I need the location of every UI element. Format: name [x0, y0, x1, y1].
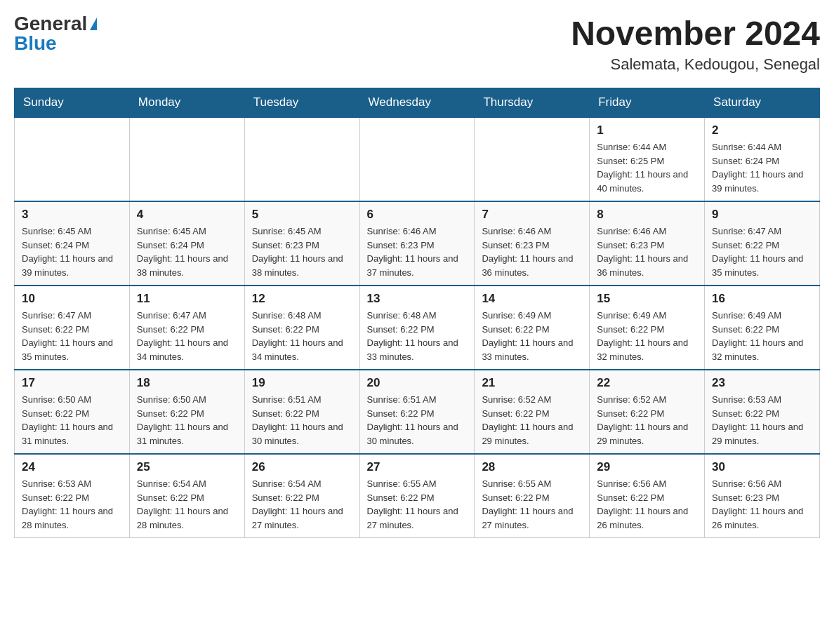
calendar-cell: 18Sunrise: 6:50 AMSunset: 6:22 PMDayligh… [129, 370, 244, 454]
calendar-cell: 3Sunrise: 6:45 AMSunset: 6:24 PMDaylight… [15, 201, 130, 286]
day-number: 14 [482, 292, 582, 306]
day-number: 25 [137, 460, 237, 474]
day-number: 9 [712, 208, 812, 222]
day-info: Sunrise: 6:51 AMSunset: 6:22 PMDaylight:… [252, 393, 352, 448]
calendar-cell: 10Sunrise: 6:47 AMSunset: 6:22 PMDayligh… [15, 286, 130, 370]
day-number: 4 [137, 208, 237, 222]
day-info: Sunrise: 6:55 AMSunset: 6:22 PMDaylight:… [482, 477, 582, 532]
calendar-cell [475, 117, 590, 201]
day-number: 23 [712, 376, 812, 390]
calendar-cell: 24Sunrise: 6:53 AMSunset: 6:22 PMDayligh… [15, 454, 130, 538]
calendar-cell: 23Sunrise: 6:53 AMSunset: 6:22 PMDayligh… [705, 370, 820, 454]
weekday-header-sunday: Sunday [15, 88, 130, 118]
calendar-cell: 29Sunrise: 6:56 AMSunset: 6:22 PMDayligh… [590, 454, 705, 538]
calendar-cell: 6Sunrise: 6:46 AMSunset: 6:23 PMDaylight… [359, 201, 475, 286]
day-number: 22 [597, 376, 697, 390]
calendar-cell [244, 117, 359, 201]
calendar-cell: 22Sunrise: 6:52 AMSunset: 6:22 PMDayligh… [590, 370, 705, 454]
weekday-header-saturday: Saturday [705, 88, 820, 118]
day-number: 3 [22, 208, 122, 222]
day-number: 7 [482, 208, 582, 222]
calendar-cell: 30Sunrise: 6:56 AMSunset: 6:23 PMDayligh… [705, 454, 820, 538]
logo-general-text: General [14, 14, 87, 34]
day-number: 13 [367, 292, 468, 306]
calendar-week-row: 17Sunrise: 6:50 AMSunset: 6:22 PMDayligh… [15, 370, 820, 454]
day-info: Sunrise: 6:45 AMSunset: 6:24 PMDaylight:… [22, 224, 122, 279]
day-number: 24 [22, 460, 122, 474]
day-info: Sunrise: 6:48 AMSunset: 6:22 PMDaylight:… [367, 309, 468, 363]
day-info: Sunrise: 6:56 AMSunset: 6:22 PMDaylight:… [597, 477, 697, 532]
day-number: 18 [137, 376, 237, 390]
day-number: 5 [252, 208, 352, 222]
day-number: 8 [597, 208, 697, 222]
day-info: Sunrise: 6:46 AMSunset: 6:23 PMDaylight:… [597, 224, 697, 279]
day-number: 28 [482, 460, 582, 474]
calendar-cell: 11Sunrise: 6:47 AMSunset: 6:22 PMDayligh… [129, 286, 244, 370]
day-number: 16 [712, 292, 812, 306]
weekday-header-wednesday: Wednesday [359, 88, 475, 118]
day-number: 10 [22, 292, 122, 306]
calendar-cell: 7Sunrise: 6:46 AMSunset: 6:23 PMDaylight… [475, 201, 590, 286]
day-info: Sunrise: 6:50 AMSunset: 6:22 PMDaylight:… [22, 393, 122, 448]
calendar-cell: 13Sunrise: 6:48 AMSunset: 6:22 PMDayligh… [359, 286, 475, 370]
day-info: Sunrise: 6:44 AMSunset: 6:25 PMDaylight:… [597, 140, 697, 195]
day-info: Sunrise: 6:56 AMSunset: 6:23 PMDaylight:… [712, 477, 812, 532]
day-number: 20 [367, 376, 468, 390]
calendar-cell: 4Sunrise: 6:45 AMSunset: 6:24 PMDaylight… [129, 201, 244, 286]
day-number: 12 [252, 292, 352, 306]
weekday-header-row: SundayMondayTuesdayWednesdayThursdayFrid… [15, 88, 820, 118]
logo: General Blue [14, 14, 97, 53]
weekday-header-tuesday: Tuesday [244, 88, 359, 118]
weekday-header-friday: Friday [590, 88, 705, 118]
calendar-cell: 20Sunrise: 6:51 AMSunset: 6:22 PMDayligh… [359, 370, 475, 454]
calendar-table: SundayMondayTuesdayWednesdayThursdayFrid… [14, 88, 820, 538]
day-info: Sunrise: 6:47 AMSunset: 6:22 PMDaylight:… [137, 309, 237, 363]
day-info: Sunrise: 6:47 AMSunset: 6:22 PMDaylight:… [712, 224, 812, 279]
day-info: Sunrise: 6:53 AMSunset: 6:22 PMDaylight:… [22, 477, 122, 532]
calendar-cell: 16Sunrise: 6:49 AMSunset: 6:22 PMDayligh… [705, 286, 820, 370]
logo-triangle-icon [90, 18, 97, 30]
day-info: Sunrise: 6:49 AMSunset: 6:22 PMDaylight:… [482, 309, 582, 363]
day-number: 17 [22, 376, 122, 390]
day-number: 21 [482, 376, 582, 390]
day-info: Sunrise: 6:50 AMSunset: 6:22 PMDaylight:… [137, 393, 237, 448]
day-number: 1 [597, 123, 697, 137]
title-section: November 2024 Salemata, Kedougou, Senega… [571, 14, 820, 74]
calendar-cell: 2Sunrise: 6:44 AMSunset: 6:24 PMDaylight… [705, 117, 820, 201]
calendar-week-row: 10Sunrise: 6:47 AMSunset: 6:22 PMDayligh… [15, 286, 820, 370]
logo-blue-text: Blue [14, 34, 57, 53]
day-info: Sunrise: 6:45 AMSunset: 6:23 PMDaylight:… [252, 224, 352, 279]
day-info: Sunrise: 6:55 AMSunset: 6:22 PMDaylight:… [367, 477, 468, 532]
calendar-cell [129, 117, 244, 201]
page-header: General Blue November 2024 Salemata, Ked… [14, 14, 820, 74]
day-number: 11 [137, 292, 237, 306]
calendar-cell [359, 117, 475, 201]
day-info: Sunrise: 6:49 AMSunset: 6:22 PMDaylight:… [712, 309, 812, 363]
calendar-cell: 21Sunrise: 6:52 AMSunset: 6:22 PMDayligh… [475, 370, 590, 454]
day-info: Sunrise: 6:54 AMSunset: 6:22 PMDaylight:… [137, 477, 237, 532]
calendar-cell: 19Sunrise: 6:51 AMSunset: 6:22 PMDayligh… [244, 370, 359, 454]
day-number: 29 [597, 460, 697, 474]
day-number: 19 [252, 376, 352, 390]
calendar-cell: 1Sunrise: 6:44 AMSunset: 6:25 PMDaylight… [590, 117, 705, 201]
day-number: 2 [712, 123, 812, 137]
day-info: Sunrise: 6:48 AMSunset: 6:22 PMDaylight:… [252, 309, 352, 363]
day-info: Sunrise: 6:47 AMSunset: 6:22 PMDaylight:… [22, 309, 122, 363]
calendar-week-row: 3Sunrise: 6:45 AMSunset: 6:24 PMDaylight… [15, 201, 820, 286]
day-info: Sunrise: 6:51 AMSunset: 6:22 PMDaylight:… [367, 393, 468, 448]
day-info: Sunrise: 6:54 AMSunset: 6:22 PMDaylight:… [252, 477, 352, 532]
day-info: Sunrise: 6:52 AMSunset: 6:22 PMDaylight:… [597, 393, 697, 448]
day-info: Sunrise: 6:44 AMSunset: 6:24 PMDaylight:… [712, 140, 812, 195]
day-number: 6 [367, 208, 468, 222]
month-title: November 2024 [571, 14, 820, 53]
calendar-cell: 26Sunrise: 6:54 AMSunset: 6:22 PMDayligh… [244, 454, 359, 538]
calendar-cell: 28Sunrise: 6:55 AMSunset: 6:22 PMDayligh… [475, 454, 590, 538]
location-title: Salemata, Kedougou, Senegal [571, 55, 820, 74]
day-info: Sunrise: 6:46 AMSunset: 6:23 PMDaylight:… [482, 224, 582, 279]
calendar-cell: 27Sunrise: 6:55 AMSunset: 6:22 PMDayligh… [359, 454, 475, 538]
calendar-week-row: 1Sunrise: 6:44 AMSunset: 6:25 PMDaylight… [15, 117, 820, 201]
day-number: 26 [252, 460, 352, 474]
day-info: Sunrise: 6:46 AMSunset: 6:23 PMDaylight:… [367, 224, 468, 279]
calendar-cell: 5Sunrise: 6:45 AMSunset: 6:23 PMDaylight… [244, 201, 359, 286]
calendar-cell: 12Sunrise: 6:48 AMSunset: 6:22 PMDayligh… [244, 286, 359, 370]
